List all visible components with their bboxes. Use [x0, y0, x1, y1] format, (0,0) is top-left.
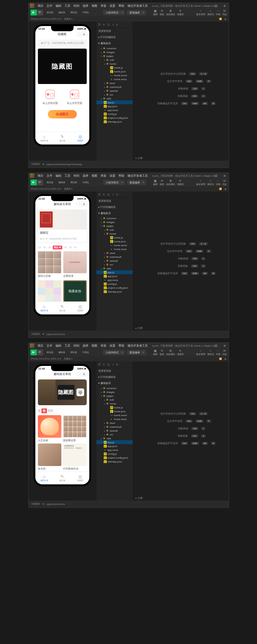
menu-item[interactable]: 工具: [63, 3, 72, 9]
editor-toggle[interactable]: 编辑器: [57, 10, 67, 15]
tab-hidden[interactable]: ◎隐藏图: [71, 302, 89, 314]
clear-cache-action[interactable]: ✕清缓存: [177, 9, 184, 16]
tree-item[interactable]: {}sitemap.json: [96, 120, 133, 124]
details-action[interactable]: ⋯详情: [216, 9, 220, 16]
menu-item[interactable]: 微信开发者工具: [126, 3, 149, 9]
tree-item[interactable]: ▾▣pages: [96, 224, 133, 228]
tree-item[interactable]: <>home.wxml: [96, 73, 133, 77]
tree-item[interactable]: ▾▣home: [96, 62, 133, 66]
preview-button[interactable]: ⟳: [37, 10, 43, 15]
tree-item[interactable]: JSconfig.js: [96, 452, 133, 456]
capsule-button[interactable]: ⋯◎: [77, 202, 87, 206]
tree-item[interactable]: JSconfig.js: [96, 112, 133, 116]
maximize-button[interactable]: ☐: [212, 173, 220, 179]
tree-item[interactable]: #app.wxss: [96, 108, 133, 112]
explorer-tab-icon[interactable]: ◫: [107, 23, 110, 26]
capsule-button[interactable]: ⋯◎: [77, 372, 87, 376]
compile-action[interactable]: ▦编译: [153, 9, 158, 16]
page-path[interactable]: pages/home/home: [47, 503, 65, 505]
tree-item[interactable]: ▾▣pages: [96, 394, 133, 398]
debugger-toggle[interactable]: 调试器: [69, 10, 79, 15]
simulator-toggle[interactable]: 模拟器: [45, 10, 55, 15]
visual-toggle[interactable]: 可视化: [81, 10, 91, 15]
compile-button[interactable]: ▶: [31, 10, 37, 15]
tree-item[interactable]: {}app.json: [96, 444, 133, 448]
close-button[interactable]: ✕: [220, 173, 229, 179]
remote-debug-action[interactable]: ⚙真机调试: [166, 9, 175, 16]
capsule-button[interactable]: ⋯ ◎: [77, 32, 87, 36]
project-root[interactable]: ▾ 趣味娱乐: [96, 40, 133, 46]
tree-item[interactable]: #home.wxss: [96, 247, 133, 251]
tree-item[interactable]: ▸▣scanresult: [96, 255, 133, 259]
tree-item[interactable]: ▸▣scanresult: [96, 425, 133, 429]
tab-avatar[interactable]: ✎趣头像: [53, 472, 71, 484]
grid-item[interactable]: 签名照: [38, 443, 62, 471]
outline-section[interactable]: ▸ 大纲: [133, 155, 229, 161]
preview-action[interactable]: ⟲预览: [160, 9, 164, 16]
tree-item[interactable]: ▸▣utils: [96, 436, 133, 440]
menu-item[interactable]: 选择: [81, 3, 90, 9]
message-action[interactable]: ✉消息: [222, 9, 227, 16]
tab-hidden[interactable]: ◎隐藏图: [71, 472, 89, 484]
tree-item[interactable]: {}project.config.json: [96, 116, 133, 120]
mode-dropdown[interactable]: 小程序模式: [103, 10, 125, 15]
tree-item[interactable]: {}home.json: [96, 409, 133, 413]
tree-item[interactable]: {}app.json: [96, 104, 133, 108]
menu-item[interactable]: 文件: [45, 3, 54, 9]
page-path[interactable]: pages/home/home: [47, 333, 65, 335]
menu-item[interactable]: 转到: [72, 3, 81, 9]
tree-item[interactable]: {}app.json: [96, 274, 133, 278]
tree-item[interactable]: {}home.json: [96, 239, 133, 243]
minimize-button[interactable]: —: [204, 173, 212, 179]
tree-item[interactable]: {}sitemap.json: [96, 460, 133, 463]
tree-item[interactable]: ▸▣utils: [96, 97, 133, 100]
grid-item[interactable]: 我喜欢你: [63, 280, 87, 302]
tree-item[interactable]: ▸▣src: [96, 263, 133, 266]
grid-item[interactable]: 朋友圈点赞: [63, 415, 87, 442]
tree-item[interactable]: ▸▣images: [96, 390, 133, 394]
tree-item[interactable]: ▸▣save: [96, 81, 133, 85]
page-path[interactable]: pages/spacial/hideimage/hideimage: [47, 163, 82, 165]
tree-item[interactable]: ▸▣edit: [96, 228, 133, 232]
tree-item[interactable]: {}project.config.json: [96, 456, 133, 460]
tree-item[interactable]: ▸▣images: [96, 220, 133, 224]
tree-item[interactable]: JSapp.js: [96, 100, 133, 104]
hero-banner[interactable]: 隐藏图 🐺: [38, 379, 87, 405]
tree-item[interactable]: ▸▣edit: [96, 398, 133, 402]
tab-home[interactable]: ⌂趣图生成: [35, 302, 53, 314]
tree-item[interactable]: ▸▣common: [96, 46, 133, 50]
menu-item[interactable]: 帮助: [117, 3, 126, 9]
menu-item[interactable]: 界面: [99, 3, 108, 9]
upload-preview[interactable]: ✚▢ 请上传预览图: [42, 90, 58, 105]
tree-item[interactable]: JShome.js: [96, 66, 133, 70]
grid-item[interactable]: ～handwrite～ 恋爱纹身: [63, 251, 87, 278]
tree-item[interactable]: ▸▣scanresult: [96, 85, 133, 89]
grid-item[interactable]: [38, 280, 61, 302]
tree-item[interactable]: JShome.js: [96, 406, 133, 409]
tab-avatar[interactable]: ✎趣头像: [53, 132, 71, 145]
tree-item[interactable]: JSconfig.js: [96, 282, 133, 286]
grid-item[interactable]: 化学寒假作业在写寒假作业，加我微信 代写寒假作业: [63, 443, 87, 471]
tree-item[interactable]: ▸▣save: [96, 421, 133, 425]
explorer-tab-icon[interactable]: ▿: [112, 23, 114, 26]
tree-item[interactable]: <>home.wxml: [96, 243, 133, 247]
tree-item[interactable]: ▸▣edit: [96, 58, 133, 62]
tree-item[interactable]: ▸▣images: [96, 50, 133, 54]
close-button[interactable]: ✕: [220, 3, 229, 9]
tree-item[interactable]: ▸▣common: [96, 386, 133, 390]
tree-item[interactable]: {}home.json: [96, 70, 133, 73]
tree-item[interactable]: #app.wxss: [96, 448, 133, 452]
tab-home[interactable]: ⌂趣图生成: [35, 472, 53, 484]
tree-item[interactable]: ▸▣src: [96, 93, 133, 97]
tree-item[interactable]: JSapp.js: [96, 440, 133, 444]
menu-item[interactable]: 设置: [108, 3, 117, 9]
cert-card[interactable]: 骚猪证 暂无广告，具体说明查看小程序首页主页面: [38, 210, 87, 242]
tab-hidden[interactable]: ◎隐藏图: [71, 132, 89, 145]
tree-item[interactable]: ▾▣home: [96, 402, 133, 406]
menu-item[interactable]: 编辑: [54, 3, 63, 9]
menu-item[interactable]: 视图: [90, 3, 99, 9]
tree-item[interactable]: ▾▣home: [96, 232, 133, 236]
tree-item[interactable]: ▸▣utils: [96, 266, 133, 270]
upload-background[interactable]: ✚▢ 请上传背景图: [67, 90, 82, 105]
minimize-button[interactable]: —: [204, 3, 212, 9]
